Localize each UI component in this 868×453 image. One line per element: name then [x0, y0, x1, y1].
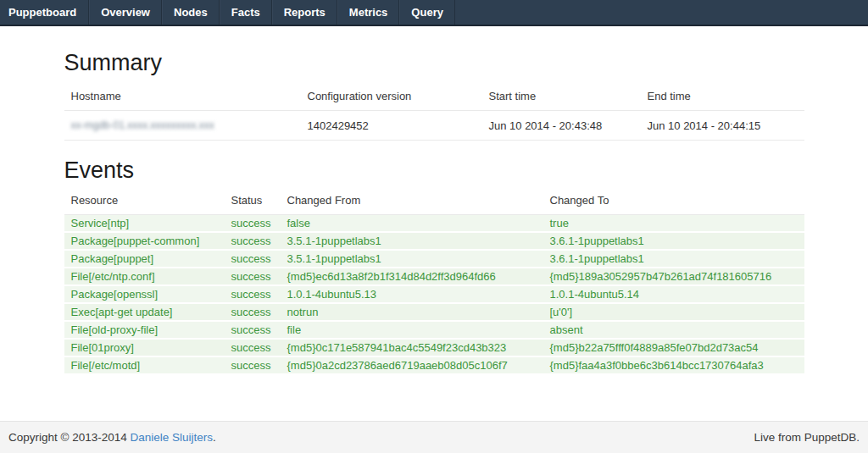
event-row: File[/etc/motd] success {md5}0a2cd23786a… — [64, 356, 804, 374]
events-col-changed-from: Changed From — [281, 184, 543, 215]
event-resource: Service[ntp] — [64, 215, 225, 233]
hostname-link-redacted[interactable]: xx-mgdb-01.xxxx.xxxxxxxxx.xxx — [71, 119, 214, 131]
events-header-row: Resource Status Changed From Changed To — [64, 184, 804, 215]
summary-col-configuration-version: Configuration version — [301, 76, 482, 111]
summary-configuration-version: 1402429452 — [301, 111, 482, 141]
event-changed-from: {md5}0a2cd23786aed6719aaeb08d05c106f7 — [281, 356, 543, 374]
event-resource: File[01proxy] — [64, 339, 225, 356]
nav-item-nodes[interactable]: Nodes — [162, 0, 220, 25]
event-changed-to: [u'0'] — [543, 303, 804, 321]
footer-live-status: Live from PuppetDB. — [754, 431, 860, 444]
event-resource: Package[puppet-common] — [64, 232, 225, 250]
events-col-status: Status — [225, 184, 281, 215]
event-status: success — [225, 232, 281, 250]
event-status: success — [225, 356, 281, 374]
event-row: File[/etc/ntp.conf] success {md5}ec6d13a… — [64, 268, 804, 285]
event-row: Package[puppet] success 3.5.1-1puppetlab… — [64, 250, 804, 268]
event-changed-to: 3.6.1-1puppetlabs1 — [543, 232, 804, 250]
event-row: File[old-proxy-file] success file absent — [64, 321, 804, 339]
event-row: File[01proxy] success {md5}0c171e587941b… — [64, 339, 804, 356]
summary-header-row: Hostname Configuration version Start tim… — [64, 76, 804, 111]
summary-col-end-time: End time — [641, 76, 804, 111]
nav-brand-puppetboard[interactable]: Puppetboard — [0, 0, 89, 25]
event-row: Service[ntp] success false true — [64, 215, 804, 233]
event-changed-to: 3.6.1-1puppetlabs1 — [543, 250, 804, 268]
event-changed-to: true — [543, 215, 804, 233]
summary-end-time: Jun 10 2014 - 20:44:15 — [641, 111, 804, 141]
navbar: Puppetboard OverviewNodesFactsReportsMet… — [0, 0, 868, 26]
nav-item-facts[interactable]: Facts — [220, 0, 272, 25]
event-resource: File[/etc/ntp.conf] — [64, 268, 225, 285]
summary-heading: Summary — [64, 50, 804, 76]
nav-item-overview[interactable]: Overview — [89, 0, 162, 25]
nav-item-query[interactable]: Query — [399, 0, 455, 25]
event-row: Exec[apt-get update] success notrun [u'0… — [64, 303, 804, 321]
event-status: success — [225, 268, 281, 285]
copyright-period: . — [213, 431, 216, 444]
events-heading: Events — [64, 157, 804, 184]
event-status: success — [225, 339, 281, 356]
summary-col-hostname: Hostname — [64, 76, 301, 111]
event-changed-from: false — [281, 215, 543, 233]
event-resource: File[old-proxy-file] — [64, 321, 225, 339]
event-resource: Package[puppet] — [64, 250, 225, 268]
footer: Copyright © 2013-2014 Daniele Sluijters.… — [0, 421, 868, 453]
event-changed-from: {md5}0c171e587941bac4c5549f23cd43b323 — [281, 339, 543, 356]
event-changed-from: {md5}ec6d13a8f2b1f314d84d2ff3d964fd66 — [281, 268, 543, 285]
summary-col-start-time: Start time — [482, 76, 641, 111]
event-status: success — [225, 285, 281, 303]
event-changed-from: 1.0.1-4ubuntu5.13 — [281, 285, 543, 303]
events-table: Resource Status Changed From Changed To … — [64, 184, 804, 375]
event-status: success — [225, 303, 281, 321]
event-changed-to: 1.0.1-4ubuntu5.14 — [543, 285, 804, 303]
event-changed-from: file — [281, 321, 543, 339]
event-changed-to: {md5}b22a75fff0f4889a85fe07bd2d73ac54 — [543, 339, 804, 356]
summary-table: Hostname Configuration version Start tim… — [64, 76, 804, 141]
event-row: Package[openssl] success 1.0.1-4ubuntu5.… — [64, 285, 804, 303]
main-content: Summary Hostname Configuration version S… — [64, 50, 804, 375]
event-changed-to: {md5}189a3052957b47b261ad74f181605716 — [543, 268, 804, 285]
event-changed-from: notrun — [281, 303, 543, 321]
summary-hostname-cell: xx-mgdb-01.xxxx.xxxxxxxxx.xxx — [64, 111, 301, 141]
events-col-changed-to: Changed To — [543, 184, 804, 215]
summary-row: xx-mgdb-01.xxxx.xxxxxxxxx.xxx 1402429452… — [64, 111, 804, 141]
event-resource: Exec[apt-get update] — [64, 303, 225, 321]
events-col-resource: Resource — [64, 184, 225, 215]
event-changed-from: 3.5.1-1puppetlabs1 — [281, 232, 543, 250]
footer-copyright: Copyright © 2013-2014 Daniele Sluijters. — [8, 431, 216, 444]
event-changed-to: {md5}faa4a3f0bbe6c3b614bcc1730764afa3 — [543, 356, 804, 374]
event-changed-to: absent — [543, 321, 804, 339]
copyright-text: Copyright © 2013-2014 — [8, 431, 131, 444]
author-link[interactable]: Daniele Sluijters — [131, 431, 214, 444]
event-row: Package[puppet-common] success 3.5.1-1pu… — [64, 232, 804, 250]
nav-item-metrics[interactable]: Metrics — [337, 0, 400, 25]
event-status: success — [225, 215, 281, 233]
event-status: success — [225, 321, 281, 339]
event-resource: File[/etc/motd] — [64, 356, 225, 374]
summary-start-time: Jun 10 2014 - 20:43:48 — [482, 111, 641, 141]
nav-item-reports[interactable]: Reports — [272, 0, 337, 25]
event-resource: Package[openssl] — [64, 285, 225, 303]
event-changed-from: 3.5.1-1puppetlabs1 — [281, 250, 543, 268]
event-status: success — [225, 250, 281, 268]
